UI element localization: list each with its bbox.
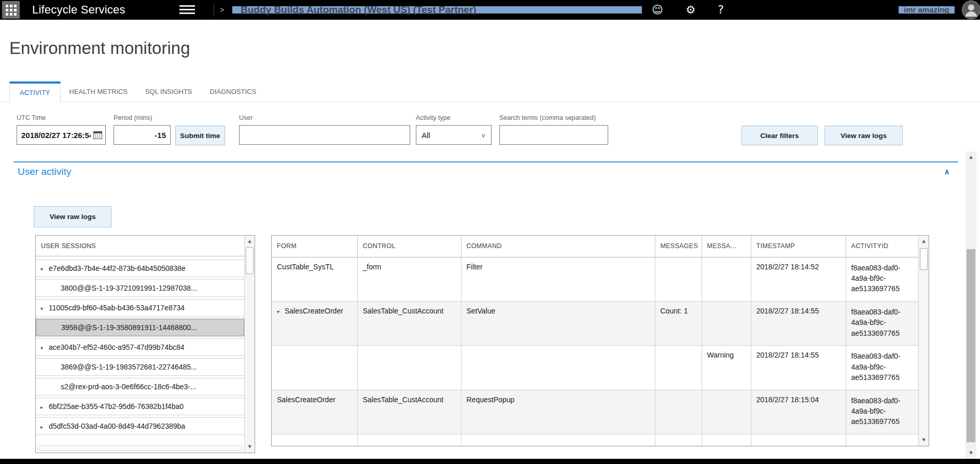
user-filter-label: User [239, 114, 410, 121]
activity-row[interactable]: Warning 2018/2/27 18:14:55 f8aea083-daf0… [272, 346, 918, 390]
session-row[interactable]: 3800@@S-1-19-3721091991-12987038... [36, 279, 244, 297]
username[interactable]: imr amazing [899, 4, 955, 16]
session-row[interactable]: ▸d5dfc53d-03ad-4a00-8d49-44d7962389ba [36, 417, 244, 435]
session-label: 3869@@S-1-19-1983572681-22746485... [61, 363, 197, 371]
sessions-horizontal-scrollbar[interactable] [37, 445, 243, 451]
expander-collapsed-icon[interactable]: ▸ [40, 418, 49, 435]
view-raw-logs-button-top[interactable]: View raw logs [824, 126, 903, 145]
period-input[interactable] [114, 125, 171, 145]
collapse-section-icon[interactable]: ∧ [944, 167, 950, 176]
scroll-up-icon[interactable]: ▲ [965, 153, 976, 162]
sessions-vertical-scrollbar: ▲ ▼ [244, 236, 255, 453]
user-filter-input[interactable] [239, 125, 410, 145]
activity-type-select[interactable]: All ∨ [416, 125, 492, 145]
activity-row[interactable]: SalesCreateOrder SalesTable_CustAccount … [272, 390, 918, 434]
activity-table-panel: FORM CONTROL COMMAND MESSAGES MESSA... T… [271, 235, 929, 446]
session-label: e7e6dbd3-7b4e-44f2-873b-64b45050838e [49, 264, 186, 272]
session-row[interactable]: ▸6bf225ae-b355-47b2-95d6-76382b1f4ba0 [36, 398, 244, 415]
cell-command: Filter [461, 257, 655, 301]
cell-command: RequestPopup [461, 390, 655, 434]
tab-health-metrics[interactable]: HEALTH METRICS [61, 81, 136, 102]
breadcrumb[interactable]: Buddy Builds Automation (West US) (Test … [232, 3, 642, 17]
section-divider [13, 161, 958, 162]
user-sessions-header: USER SESSIONS [36, 236, 244, 256]
expander-expanded-icon[interactable]: ▾ [277, 309, 285, 315]
utc-time-label: UTC Time [17, 114, 106, 121]
table-header-row: FORM CONTROL COMMAND MESSAGES MESSA... T… [272, 236, 918, 257]
scroll-up-icon[interactable]: ▲ [245, 237, 255, 246]
submit-time-button[interactable]: Submit time [175, 126, 225, 145]
scroll-up-icon[interactable]: ▲ [919, 237, 929, 246]
cell-form: CustTable_SysTL [272, 257, 357, 301]
utc-time-input[interactable] [17, 125, 106, 145]
calendar-icon[interactable] [93, 131, 102, 141]
session-row-selected[interactable]: 3958@@S-1-19-3580891911-14468800... [36, 319, 244, 336]
session-label: ace304b7-ef52-460c-a957-47d99b74bc84 [49, 343, 185, 351]
settings-gear-icon[interactable]: ⚙ [681, 0, 700, 20]
table-vertical-scrollbar: ▲ ▼ [918, 236, 929, 446]
activity-type-label: Activity type [416, 114, 492, 121]
scrollbar-thumb[interactable] [920, 248, 928, 270]
cell-timestamp: 2018/2/27 18:14:55 [751, 346, 846, 390]
help-icon[interactable]: ? [713, 0, 728, 20]
tab-diagnostics[interactable]: DIAGNOSTICS [201, 81, 265, 102]
cell-form [272, 346, 357, 390]
cell-control: _form [357, 257, 461, 301]
scrollbar-thumb[interactable] [246, 247, 254, 274]
session-label: 3958@@S-1-19-3580891911-14468800... [61, 323, 197, 332]
user-avatar[interactable] [961, 0, 980, 20]
cell-messages [655, 257, 702, 301]
activity-row[interactable]: ▾SalesCreateOrder SalesTable_CustAccount… [272, 301, 918, 345]
brand-title[interactable]: Lifecycle Services [32, 0, 125, 20]
view-raw-logs-button-section[interactable]: View raw logs [34, 206, 111, 227]
session-label: s2@rex-prd-aos-3-0e6f66cc-18c6-4be3-... [61, 383, 197, 391]
clear-filters-button[interactable]: Clear filters [741, 126, 818, 145]
expander-collapsed-icon[interactable]: ▸ [40, 399, 49, 415]
tab-activity[interactable]: ACTIVITY [9, 81, 61, 102]
cell-messa: Warning [702, 346, 751, 390]
user-sessions-list: ▾e7e6dbd3-7b4e-44f2-873b-64b45050838e 38… [36, 256, 244, 435]
activity-type-value: All [422, 131, 430, 140]
cell-messa [702, 301, 751, 345]
bottom-border-strip [0, 459, 980, 464]
page-vertical-scrollbar: ▲ ▼ [965, 152, 976, 459]
search-terms-input[interactable] [499, 125, 608, 145]
apps-grid-icon[interactable] [2, 1, 20, 19]
column-header-control: CONTROL [357, 236, 461, 257]
scroll-down-icon[interactable]: ▼ [965, 448, 976, 458]
session-label: 6bf225ae-b355-47b2-95d6-76382b1f4ba0 [49, 402, 184, 411]
period-label: Period (mins) [114, 114, 171, 121]
feedback-smiley-icon[interactable]: ☺ [648, 0, 667, 20]
scroll-down-icon[interactable]: ▼ [919, 435, 929, 445]
cell-control [357, 346, 461, 390]
session-label: 11005cd9-bf60-45ab-b436-53a4717e8734 [49, 304, 185, 312]
session-row[interactable]: s2@rex-prd-aos-3-0e6f66cc-18c6-4be3-... [36, 378, 244, 395]
expander-expanded-icon[interactable]: ▾ [40, 300, 49, 317]
tab-sql-insights[interactable]: SQL INSIGHTS [136, 81, 201, 102]
hamburger-menu-icon[interactable] [179, 5, 195, 16]
session-row[interactable]: ▾ace304b7-ef52-460c-a957-47d99b74bc84 [36, 338, 244, 356]
column-header-command: COMMAND [461, 236, 655, 257]
cell-control: SalesTable_CustAccount [357, 301, 461, 345]
expander-expanded-icon[interactable]: ▾ [40, 261, 49, 277]
column-header-form: FORM [272, 236, 357, 257]
cell-messages: Count: 1 [655, 301, 702, 345]
column-header-timestamp: TIMESTAMP [751, 236, 846, 257]
scroll-down-icon[interactable]: ▼ [245, 442, 255, 452]
cell-form: ▾SalesCreateOrder [272, 301, 357, 345]
session-row[interactable]: ▾e7e6dbd3-7b4e-44f2-873b-64b45050838e [36, 260, 244, 277]
user-activity-section-title[interactable]: User activity [18, 166, 71, 178]
user-sessions-panel: USER SESSIONS ▾e7e6dbd3-7b4e-44f2-873b-6… [35, 235, 255, 453]
session-row[interactable]: ▾11005cd9-bf60-45ab-b436-53a4717e8734 [36, 299, 244, 317]
session-row[interactable]: 3869@@S-1-19-1983572681-22746485... [36, 358, 244, 376]
cell-command: SetValue [461, 301, 655, 345]
activity-row[interactable]: CustTable_SysTL _form Filter 2018/2/27 1… [272, 257, 918, 301]
session-label: d5dfc53d-03ad-4a00-8d49-44d7962389ba [49, 422, 185, 430]
scrollbar-thumb[interactable] [967, 249, 975, 442]
column-header-activityid: ACTIVITYID [846, 236, 918, 257]
cell-timestamp: 2018/2/27 18:15:04 [751, 390, 846, 434]
cell-activityid: f8aea083-daf0-4a9a-bf9c-ae5133697765 [846, 301, 918, 345]
cell-control: SalesTable_CustAccount [357, 390, 461, 434]
page-title: Environment monitoring [9, 38, 190, 58]
expander-expanded-icon[interactable]: ▾ [40, 339, 49, 356]
